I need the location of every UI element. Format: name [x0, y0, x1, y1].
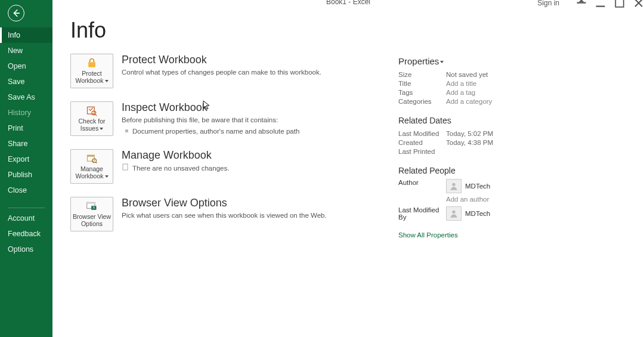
prop-label-title: Title: [398, 80, 446, 87]
lock-icon: [86, 57, 98, 69]
prop-value-last-printed: [446, 148, 595, 155]
sidebar-item-share[interactable]: Share: [0, 136, 52, 152]
manage-workbook-button[interactable]: Manage Workbook: [70, 149, 113, 184]
card-title: Inspect Workbook: [122, 101, 299, 114]
sidebar-item-save[interactable]: Save: [0, 74, 52, 89]
browser-view-row: X Browser View Options Browser View Opti…: [70, 197, 351, 231]
properties-heading: Properties: [398, 56, 439, 66]
sidebar-item-open[interactable]: Open: [0, 58, 52, 74]
prop-value-tags[interactable]: Add a tag: [446, 89, 595, 96]
browser-view-options-button[interactable]: X Browser View Options: [70, 197, 113, 231]
sidebar-item-publish[interactable]: Publish: [0, 167, 52, 183]
sidebar-item-print[interactable]: Print: [0, 120, 52, 136]
sidebar-item-info[interactable]: Info: [0, 27, 52, 43]
add-author-link[interactable]: Add an author: [446, 196, 595, 203]
svg-point-18: [452, 211, 455, 214]
backstage-main: Info Protect Workbook Protect Workbook C…: [52, 0, 644, 337]
back-button[interactable]: [8, 5, 24, 21]
prop-value-last-modified: Today, 5:02 PM: [446, 130, 595, 137]
sidebar-item-history: History: [0, 105, 52, 120]
svg-line-11: [96, 162, 97, 163]
prop-label-last-printed: Last Printed: [398, 148, 446, 155]
sidebar-item-save-as[interactable]: Save As: [0, 89, 52, 105]
show-all-properties-link[interactable]: Show All Properties: [398, 231, 458, 239]
modified-by-name: MDTech: [465, 210, 490, 217]
sidebar-item-new[interactable]: New: [0, 43, 52, 58]
svg-rect-14: [87, 203, 95, 205]
avatar: [446, 206, 462, 221]
browser-view-icon: X: [86, 200, 98, 212]
chevron-down-icon: [105, 80, 109, 82]
sidebar-separator: [8, 208, 45, 208]
tile-label: Browser View Options: [72, 214, 112, 227]
card-title: Protect Workbook: [122, 54, 321, 66]
sidebar-item-feedback[interactable]: Feedback: [0, 226, 52, 242]
prop-value-categories[interactable]: Add a category: [446, 98, 595, 105]
prop-label-tags: Tags: [398, 89, 446, 96]
prop-label-created: Created: [398, 139, 446, 146]
protect-workbook-button[interactable]: Protect Workbook: [70, 54, 113, 88]
svg-point-17: [452, 183, 455, 186]
related-dates-heading: Related Dates: [398, 116, 595, 125]
card-desc: Pick what users can see when this workbo…: [122, 211, 327, 220]
tile-label: Manage Workbook: [75, 165, 103, 180]
manage-icon: [86, 153, 98, 165]
author-name: MDTech: [465, 183, 490, 190]
backstage-sidebar: InfoNewOpenSaveSave AsHistoryPrintShareE…: [0, 0, 52, 337]
svg-rect-4: [88, 63, 95, 67]
card-title: Browser View Options: [122, 197, 327, 209]
check-for-issues-button[interactable]: Check for Issues: [70, 101, 113, 136]
inspect-icon: [86, 105, 98, 117]
inspect-item: Document properties, author's name and a…: [124, 126, 299, 136]
author-label: Author: [398, 179, 446, 186]
prop-label-last-modified: Last Modified: [398, 130, 446, 137]
chevron-down-icon: [440, 61, 444, 63]
card-desc: There are no unsaved changes.: [132, 164, 229, 173]
protect-workbook-row: Protect Workbook Protect Workbook Contro…: [70, 54, 351, 88]
chevron-down-icon: [105, 175, 109, 178]
back-arrow-icon: [12, 9, 20, 17]
related-people-heading: Related People: [398, 166, 595, 175]
page-title: Info: [70, 18, 644, 43]
document-icon: [122, 163, 129, 173]
properties-dropdown[interactable]: Properties: [398, 56, 444, 66]
avatar: [446, 179, 462, 193]
sidebar-item-account[interactable]: Account: [0, 211, 52, 226]
card-title: Manage Workbook: [122, 149, 229, 162]
card-desc: Control what types of changes people can…: [122, 68, 321, 77]
inspect-workbook-row: Check for Issues Inspect Workbook Before…: [70, 101, 351, 136]
prop-value-title[interactable]: Add a title: [446, 80, 595, 87]
prop-label-size: Size: [398, 71, 446, 78]
sidebar-item-options[interactable]: Options: [0, 242, 52, 257]
modified-by-entry[interactable]: MDTech: [446, 206, 595, 221]
svg-text:X: X: [92, 206, 95, 210]
card-desc: Before publishing this file, be aware th…: [122, 116, 299, 125]
prop-value-size: Not saved yet: [446, 71, 595, 78]
prop-label-categories: Categories: [398, 98, 446, 105]
svg-line-7: [95, 115, 97, 116]
sidebar-item-close[interactable]: Close: [0, 183, 52, 198]
sidebar-item-export[interactable]: Export: [0, 152, 52, 167]
prop-value-created: Today, 4:38 PM: [446, 139, 595, 146]
tile-label: Protect Workbook: [75, 70, 103, 84]
author-entry[interactable]: MDTech: [446, 179, 595, 193]
svg-rect-12: [123, 164, 128, 170]
svg-rect-9: [88, 156, 95, 157]
modified-by-label: Last Modified By: [398, 206, 446, 221]
chevron-down-icon: [100, 128, 103, 130]
manage-workbook-row: Manage Workbook Manage Workbook There ar…: [70, 149, 351, 184]
